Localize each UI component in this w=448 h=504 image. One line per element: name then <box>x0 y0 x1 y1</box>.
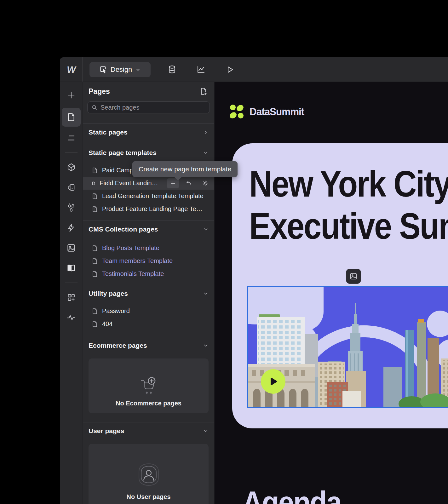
left-tool-rail <box>60 82 83 504</box>
cms-database-icon[interactable] <box>164 62 180 77</box>
webflow-designer-window: W Design <box>60 57 448 504</box>
style-manager-icon[interactable] <box>64 180 79 195</box>
page-row[interactable]: Team members Template <box>83 255 214 267</box>
add-element-icon[interactable] <box>64 88 79 103</box>
search-icon <box>91 104 98 111</box>
design-mode-button[interactable]: Design <box>89 62 151 77</box>
page-template-icon <box>92 167 98 174</box>
page-row[interactable]: 404 <box>83 318 214 330</box>
design-canvas[interactable]: DataSummit New York City Executive Summi… <box>215 82 448 504</box>
tooltip-create-page: Create new page from template <box>132 161 238 177</box>
page-file-icon <box>92 258 98 264</box>
hero-heading[interactable]: New York City Executive Summit <box>249 163 448 247</box>
components-icon[interactable] <box>64 160 79 175</box>
pages-panel-title: Pages <box>89 87 110 96</box>
section-cms-pages[interactable]: CMS Collection pages <box>83 221 214 238</box>
play-icon <box>268 376 279 387</box>
navigator-icon[interactable] <box>64 130 79 146</box>
page-template-icon <box>92 180 95 186</box>
image-element-icon <box>349 272 358 280</box>
ecommerce-empty-state: No Ecommerce pages <box>89 358 209 413</box>
rail-divider <box>65 152 78 153</box>
cart-plus-icon <box>138 376 159 395</box>
section-utility-pages[interactable]: Utility pages <box>83 285 214 302</box>
chevron-down-icon <box>203 150 209 156</box>
page-file-icon <box>92 321 98 327</box>
chevron-down-icon <box>135 67 141 72</box>
apps-icon[interactable] <box>64 290 79 305</box>
new-page-icon[interactable] <box>198 86 209 96</box>
page-template-icon <box>92 193 98 199</box>
interactions-icon[interactable] <box>64 220 79 235</box>
user-empty-text: No User pages <box>126 493 170 501</box>
chevron-right-icon <box>203 129 209 135</box>
tooltip-caret <box>174 177 182 180</box>
hero-heading-line2: Executive Summit <box>249 205 448 247</box>
page-template-icon <box>92 206 98 212</box>
page-row[interactable]: Password <box>83 305 214 318</box>
page-row[interactable]: Blog Posts Template <box>83 242 214 255</box>
user-empty-icon <box>135 462 162 489</box>
section-static-templates[interactable]: Static page templates <box>83 144 214 161</box>
design-mode-label: Design <box>111 66 132 74</box>
audit-icon[interactable] <box>64 310 79 325</box>
ecommerce-empty-text: No Ecommerce pages <box>116 400 181 407</box>
section-ecommerce-pages[interactable]: Ecommerce pages <box>83 337 214 354</box>
search-pages-box <box>87 101 210 113</box>
page-row[interactable]: Testimonials Template <box>83 267 214 280</box>
agenda-heading[interactable]: Agenda <box>242 484 341 504</box>
page-file-icon <box>92 308 98 314</box>
page-row[interactable]: Product Feature Landing Page Template <box>83 203 214 215</box>
screenshot-stage: W Design <box>0 0 448 504</box>
page-file-icon <box>92 245 98 251</box>
design-cursor-icon <box>99 66 107 74</box>
hero-heading-line1: New York City <box>249 163 448 205</box>
page-row-selected[interactable]: Field Event Landing Page Template <box>83 177 214 190</box>
curved-arrow-icon[interactable] <box>183 178 195 188</box>
site-name: DataSummit <box>250 106 304 118</box>
hero-image-selected[interactable] <box>247 286 448 408</box>
chevron-down-icon <box>203 343 209 348</box>
assets-icon[interactable] <box>64 240 79 255</box>
webflow-logo[interactable]: W <box>60 57 83 82</box>
page-settings-icon[interactable] <box>199 178 211 188</box>
site-logo-icon <box>228 103 245 120</box>
chevron-down-icon <box>203 291 209 296</box>
webflow-logo-glyph: W <box>67 64 75 75</box>
libraries-icon[interactable] <box>64 261 79 276</box>
pages-icon[interactable] <box>62 108 81 127</box>
analytics-icon[interactable] <box>193 62 209 77</box>
play-button[interactable] <box>261 369 285 394</box>
page-file-icon <box>92 271 98 277</box>
section-user-pages[interactable]: User pages <box>83 422 214 439</box>
rail-divider <box>65 283 78 283</box>
section-static-pages[interactable]: Static pages <box>83 124 214 141</box>
preview-play-icon[interactable] <box>222 62 238 77</box>
image-element-badge[interactable] <box>346 269 361 284</box>
chevron-down-icon <box>203 226 209 232</box>
site-logo[interactable]: DataSummit <box>228 103 309 120</box>
user-pages-empty-state: No User pages <box>89 444 209 504</box>
chevron-down-icon <box>203 428 209 434</box>
pages-panel: Pages <box>83 82 215 504</box>
page-row[interactable]: Lead Generation Template Template <box>83 190 214 203</box>
top-toolbar: W Design <box>60 57 448 82</box>
search-pages-input[interactable] <box>101 104 206 111</box>
variables-icon[interactable] <box>64 200 79 215</box>
